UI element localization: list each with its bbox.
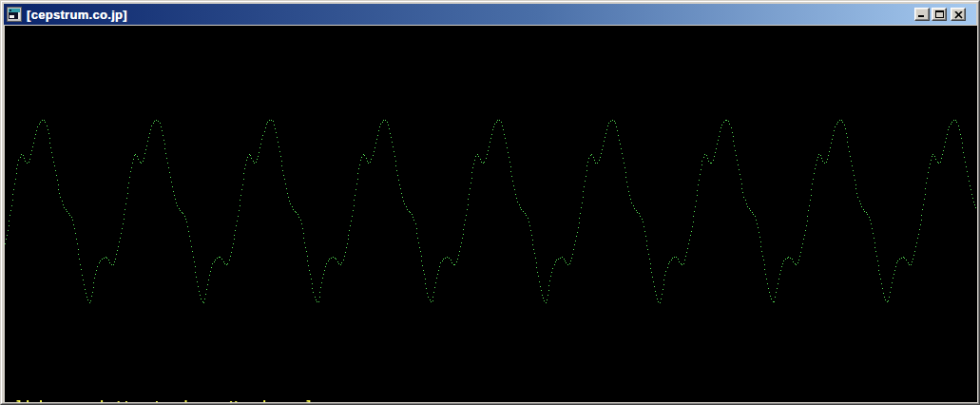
maximize-button[interactable]	[932, 8, 947, 21]
window-controls	[913, 8, 966, 21]
app-icon-scrollbar	[18, 12, 20, 19]
titlebar[interactable]: [cepstrum.co.jp]	[4, 4, 976, 25]
app-icon-highlight	[10, 15, 14, 18]
console-line: click mouse button to change Y-axis scal…	[9, 400, 321, 402]
window-title: [cepstrum.co.jp]	[27, 8, 127, 22]
app-icon-dot	[10, 10, 11, 11]
waveform-canvas[interactable]	[5, 26, 977, 402]
maximize-icon	[935, 10, 944, 18]
close-button[interactable]	[951, 8, 966, 21]
app-icon[interactable]	[7, 7, 22, 22]
close-icon	[954, 11, 963, 19]
window: [cepstrum.co.jp] click mouse button to c…	[0, 0, 980, 405]
console-output: click mouse button to change Y-axis scal…	[9, 376, 321, 402]
client-area: click mouse button to change Y-axis scal…	[5, 26, 977, 402]
minimize-button[interactable]	[914, 8, 930, 21]
minimize-icon	[918, 15, 924, 17]
